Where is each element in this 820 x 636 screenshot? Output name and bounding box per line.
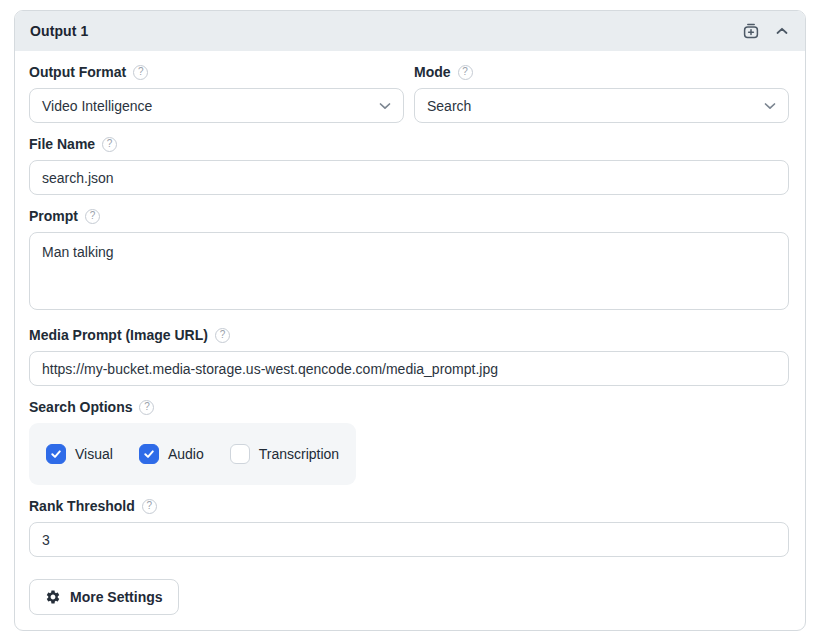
help-icon[interactable]: ? (133, 65, 148, 80)
checkbox-label: Transcription (259, 446, 339, 462)
rank-threshold-label-row: Rank Threshold ? (29, 498, 789, 514)
output-panel-header: Output 1 (15, 11, 805, 51)
output-format-select[interactable]: Video Intelligence (29, 88, 404, 123)
search-options-field: Search Options ? Visual (29, 399, 789, 485)
mode-field: Mode ? Search (414, 64, 789, 123)
media-prompt-input[interactable] (29, 351, 789, 386)
checkbox-transcription[interactable] (230, 444, 250, 464)
prompt-label: Prompt (29, 208, 78, 224)
prompt-field: Prompt ? Man talking (29, 208, 789, 314)
rank-threshold-field: Rank Threshold ? (29, 498, 789, 557)
checkbox-option-transcription[interactable]: Transcription (230, 444, 339, 464)
collapse-panel-button[interactable] (776, 27, 788, 35)
mode-value: Search (427, 98, 471, 114)
prompt-label-row: Prompt ? (29, 208, 789, 224)
panel-header-actions (741, 21, 788, 41)
chevron-down-icon (379, 102, 391, 110)
search-options-group: Visual Audio Trans (29, 423, 356, 485)
output-format-field: Output Format ? Video Intelligence (29, 64, 404, 123)
media-prompt-label-row: Media Prompt (Image URL) ? (29, 327, 789, 343)
checkbox-audio[interactable] (139, 444, 159, 464)
search-options-label: Search Options (29, 399, 132, 415)
media-prompt-field: Media Prompt (Image URL) ? (29, 327, 789, 386)
duplicate-icon (741, 21, 761, 41)
file-name-label-row: File Name ? (29, 136, 789, 152)
media-prompt-label: Media Prompt (Image URL) (29, 327, 208, 343)
panel-title: Output 1 (30, 23, 88, 39)
checkmark-icon (50, 448, 62, 460)
mode-label: Mode (414, 64, 451, 80)
chevron-up-icon (776, 27, 788, 35)
output-format-value: Video Intelligence (42, 98, 152, 114)
file-name-input[interactable] (29, 160, 789, 195)
mode-select[interactable]: Search (414, 88, 789, 123)
chevron-down-icon (764, 102, 776, 110)
output-format-label: Output Format (29, 64, 126, 80)
prompt-textarea[interactable]: Man talking (29, 232, 789, 310)
help-icon[interactable]: ? (142, 499, 157, 514)
checkbox-option-audio[interactable]: Audio (139, 444, 204, 464)
help-icon[interactable]: ? (458, 65, 473, 80)
checkmark-icon (143, 448, 155, 460)
duplicate-output-button[interactable] (741, 21, 761, 41)
more-settings-button[interactable]: More Settings (29, 579, 179, 615)
mode-label-row: Mode ? (414, 64, 789, 80)
output-format-label-row: Output Format ? (29, 64, 404, 80)
help-icon[interactable]: ? (139, 400, 154, 415)
gear-icon (45, 589, 61, 605)
help-icon[interactable]: ? (85, 209, 100, 224)
help-icon[interactable]: ? (215, 328, 230, 343)
search-options-label-row: Search Options ? (29, 399, 789, 415)
more-settings-label: More Settings (70, 589, 163, 605)
output-panel-body: Output Format ? Video Intelligence Mode … (15, 51, 805, 630)
checkbox-option-visual[interactable]: Visual (46, 444, 113, 464)
checkbox-label: Audio (168, 446, 204, 462)
checkbox-label: Visual (75, 446, 113, 462)
rank-threshold-label: Rank Threshold (29, 498, 135, 514)
file-name-field: File Name ? (29, 136, 789, 195)
checkbox-visual[interactable] (46, 444, 66, 464)
file-name-label: File Name (29, 136, 95, 152)
help-icon[interactable]: ? (102, 137, 117, 152)
output-panel: Output 1 (14, 10, 806, 631)
rank-threshold-input[interactable] (29, 522, 789, 557)
